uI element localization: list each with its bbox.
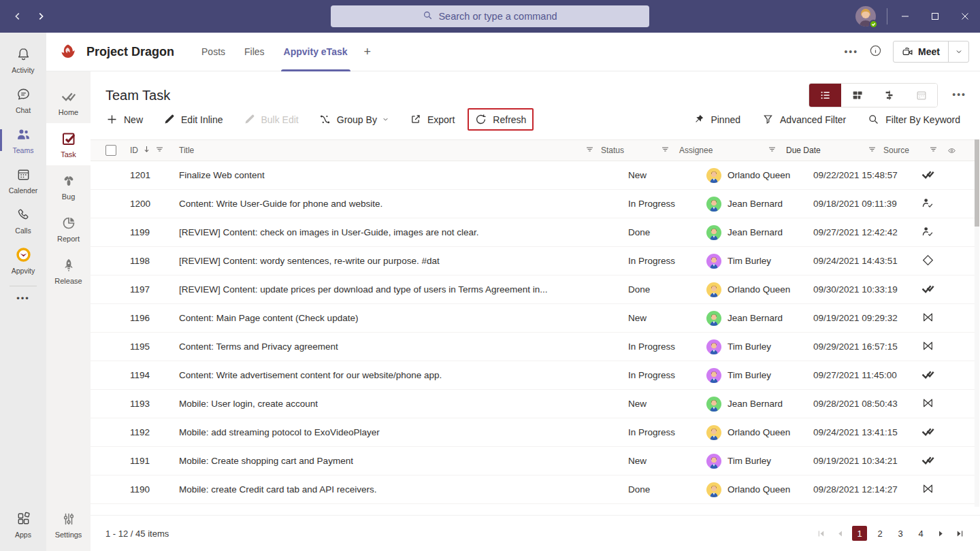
task-source	[904, 225, 965, 240]
table-row[interactable]: 1197[REVIEW] Content: update prices per …	[91, 276, 975, 304]
meet-dropdown-button[interactable]	[948, 41, 968, 62]
channel-info-icon[interactable]	[869, 44, 882, 60]
page-1-button[interactable]: 1	[852, 526, 867, 541]
first-page-button[interactable]	[814, 527, 828, 540]
close-button[interactable]	[950, 0, 980, 33]
page-2-button[interactable]: 2	[872, 526, 887, 541]
filter-icon[interactable]	[929, 145, 938, 156]
user-avatar[interactable]	[855, 6, 876, 27]
src-bowtie-icon	[921, 397, 934, 412]
search-bar[interactable]: Search or type a command	[331, 5, 649, 27]
meet-button[interactable]: Meet	[894, 41, 948, 62]
calendar-view-button[interactable]	[905, 84, 937, 107]
titlebar: Search or type a command	[0, 0, 980, 33]
module-rail-item-report[interactable]: Report	[46, 207, 91, 250]
toolbar-group-by-button[interactable]: Group By	[312, 108, 397, 131]
module-rail-item-task[interactable]: Task	[46, 123, 91, 165]
filter-icon[interactable]	[868, 145, 877, 156]
scrollbar-thumb[interactable]	[975, 139, 979, 227]
next-page-button[interactable]	[934, 527, 947, 540]
column-header-title[interactable]: Title	[179, 145, 601, 156]
last-page-button[interactable]	[953, 527, 966, 540]
table-row[interactable]: 1191Mobile: Create shopping cart and Pay…	[91, 447, 975, 475]
table-row[interactable]: 1200Content: Write User-Guide for phone …	[91, 190, 975, 218]
module-rail-item-settings[interactable]: Settings	[46, 503, 91, 546]
back-icon[interactable]	[10, 8, 26, 24]
column-visibility-eye-icon[interactable]	[938, 146, 965, 155]
src-person-check-icon	[921, 197, 934, 212]
filter-icon[interactable]	[585, 145, 594, 156]
column-header-assignee[interactable]: Assignee	[679, 145, 786, 156]
filter-icon[interactable]	[768, 145, 777, 156]
app-rail-item-chat[interactable]: Chat	[0, 81, 46, 120]
table-row[interactable]: 1199[REVIEW] Content: check on images in…	[91, 218, 975, 247]
filter-by-keyword-button[interactable]: Filter By Keyword	[860, 108, 968, 131]
more-apps-button[interactable]: •••	[0, 289, 46, 307]
tab-files[interactable]: Files	[235, 33, 274, 71]
toolbar-refresh-button[interactable]: Refresh	[468, 108, 534, 131]
toolbar-bulk-edit-button[interactable]: Bulk Edit	[236, 108, 306, 131]
page-4-button[interactable]: 4	[913, 526, 928, 541]
app-rail-item-teams[interactable]: Teams	[0, 121, 46, 160]
column-header-due-date[interactable]: Due Date	[786, 145, 877, 156]
app-rail-item-apps[interactable]: Apps	[0, 505, 46, 544]
app-rail-item-calender[interactable]: Calender	[0, 161, 46, 200]
task-icon	[61, 131, 77, 148]
view-gantt-icon	[883, 89, 896, 101]
filter-icon[interactable]	[155, 145, 164, 156]
task-source	[904, 282, 965, 297]
refresh-icon	[475, 114, 487, 125]
board-view-button[interactable]	[841, 84, 873, 107]
app-rail-item-appvity[interactable]: Appvity	[0, 241, 46, 280]
toolbar-export-button[interactable]: Export	[402, 108, 462, 131]
sort-descending-icon[interactable]	[142, 145, 151, 156]
channel-more-options-button[interactable]: •••	[844, 46, 858, 57]
module-rail-item-home[interactable]: Home	[46, 81, 91, 123]
table-row[interactable]: 1193Mobile: User login, create accountNe…	[91, 390, 975, 418]
add-tab-button[interactable]: +	[357, 45, 378, 59]
select-all-checkbox[interactable]	[105, 145, 116, 156]
vertical-scrollbar[interactable]	[975, 139, 979, 507]
pinned-button[interactable]: Pinned	[685, 108, 748, 131]
list-view-button[interactable]	[809, 84, 841, 107]
table-row[interactable]: 1198[REVIEW] Content: wordy sentences, r…	[91, 247, 975, 276]
tab-posts[interactable]: Posts	[192, 33, 235, 71]
assignee-avatar	[706, 254, 721, 269]
table-row[interactable]: 1190Mobile: create Credit card tab and A…	[91, 475, 975, 504]
plus-icon	[106, 114, 118, 125]
tab-appvity-etask[interactable]: Appvity eTask	[274, 33, 357, 71]
home-icon	[61, 88, 77, 106]
toolbar-button-label: Refresh	[493, 114, 526, 125]
items-count-summary: 1 - 12 / 45 items	[105, 529, 169, 539]
module-rail-item-release[interactable]: Release	[46, 250, 91, 292]
view-more-options-button[interactable]: •••	[952, 89, 966, 100]
gantt-view-button[interactable]	[873, 84, 905, 107]
app-rail-item-activity[interactable]: Activity	[0, 41, 46, 80]
column-header-id[interactable]: ID	[130, 145, 179, 156]
table-row[interactable]: 1196Content: Main Page content (Check up…	[91, 304, 975, 333]
advanced-filter-button[interactable]: Advanced Filter	[755, 108, 853, 131]
table-row[interactable]: 1194Content: Write advertisement content…	[91, 361, 975, 390]
task-status: Done	[628, 484, 706, 495]
column-header-status[interactable]: Status	[601, 145, 679, 156]
task-title: Content: Write User-Guide for phone and …	[179, 199, 628, 209]
status-available-icon	[869, 20, 878, 29]
toolbar-edit-inline-button[interactable]: Edit Inline	[156, 108, 230, 131]
forward-icon[interactable]	[33, 8, 49, 24]
app-rail-item-calls[interactable]: Calls	[0, 201, 46, 240]
table-row[interactable]: 1192Mobile: add streaming potocol to Exo…	[91, 418, 975, 447]
filter-icon[interactable]	[661, 145, 670, 156]
previous-page-button[interactable]	[833, 527, 847, 540]
toolbar-new-button[interactable]: New	[99, 108, 150, 131]
task-status: Done	[628, 227, 706, 237]
table-row[interactable]: 1201Finalize Web contentNewOrlando Queen…	[91, 161, 975, 190]
module-rail-label: Report	[57, 235, 80, 243]
task-id: 1191	[130, 456, 179, 466]
task-status: Done	[628, 284, 706, 295]
table-row[interactable]: 1195Content: Terms and Privacy agreement…	[91, 333, 975, 361]
page-3-button[interactable]: 3	[893, 526, 908, 541]
column-header-source[interactable]: Source	[877, 145, 938, 156]
minimize-button[interactable]	[890, 0, 920, 33]
module-rail-item-bug[interactable]: Bug	[46, 165, 91, 207]
maximize-button[interactable]	[920, 0, 950, 33]
